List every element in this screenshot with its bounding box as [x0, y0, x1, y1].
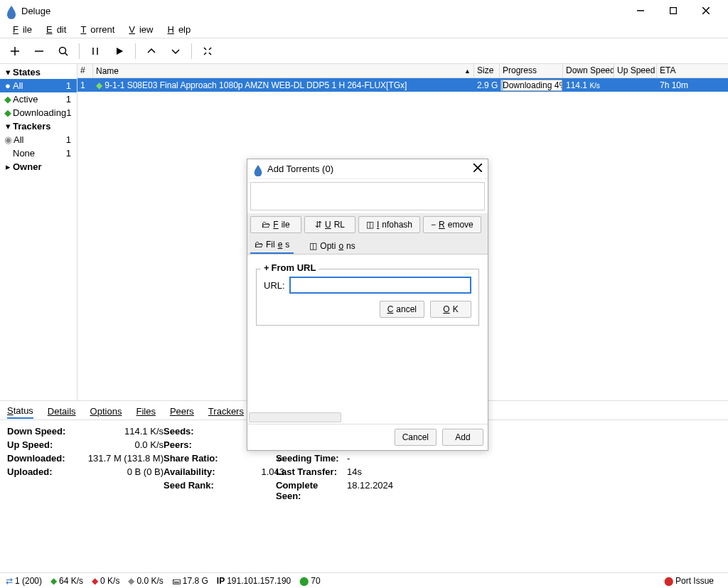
menu-file[interactable]: File	[4, 23, 36, 36]
col-name[interactable]: Name▲	[93, 64, 474, 77]
downloading-icon: ◆	[96, 80, 102, 90]
dialog-cancel-button[interactable]: Cancel	[395, 429, 437, 446]
sidebar-header-trackers[interactable]: ▾Trackers	[0, 119, 77, 133]
down-icon: ◆	[50, 576, 57, 586]
cell-down: 114.1 K/s	[563, 80, 614, 90]
dialog-tabs: 🗁 Files ◫ Options	[247, 236, 488, 255]
col-eta[interactable]: ETA	[657, 64, 728, 77]
url-input[interactable]	[289, 277, 471, 294]
detail-col-1: Down Speed:114.1 K/s Up Speed:0.0 K/s Do…	[7, 426, 164, 477]
status-proto[interactable]: ◆0.0 K/s	[128, 576, 163, 586]
network-icon: ⇄	[6, 576, 13, 586]
menubar: File Edit Torrent View Help	[0, 21, 728, 38]
menu-torrent[interactable]: Torrent	[72, 23, 119, 36]
status-disk[interactable]: 🖴17.8 G	[172, 576, 208, 586]
col-progress[interactable]: Progress	[500, 64, 563, 77]
url-cancel-button[interactable]: Cancel	[380, 301, 424, 318]
up-icon: ◆	[92, 576, 98, 586]
tab-options[interactable]: Options	[90, 405, 122, 418]
cell-size: 2.9 G	[474, 80, 500, 90]
dialog-tab-files[interactable]: 🗁 Files	[250, 237, 294, 254]
col-size[interactable]: Size	[474, 64, 500, 77]
folder-icon: 🗁	[262, 220, 270, 230]
sidebar-item-trackers-none[interactable]: None1	[0, 146, 77, 160]
pause-button[interactable]	[85, 41, 106, 62]
window-title: Deluge	[21, 6, 624, 16]
preferences-button[interactable]	[197, 41, 218, 62]
search-button[interactable]	[53, 41, 74, 62]
sidebar-item-active[interactable]: ◆Active1	[0, 92, 77, 106]
tab-files[interactable]: Files	[136, 405, 155, 418]
from-url-group-title: +From URL	[261, 262, 318, 273]
tab-trackers[interactable]: Trackers	[208, 405, 244, 418]
sidebar-item-downloading[interactable]: ◆Downloading1	[0, 106, 77, 119]
dialog-remove-button[interactable]: − Remove	[423, 216, 481, 233]
cell-eta: 7h 10m	[657, 80, 728, 90]
url-ok-button[interactable]: OK	[430, 301, 471, 318]
dht-icon: ⬤	[299, 576, 309, 586]
maximize-button[interactable]	[657, 0, 690, 21]
port-warning-icon: ⬤	[664, 576, 673, 586]
col-up[interactable]: Up Speed	[614, 64, 657, 77]
minus-icon: −	[431, 220, 436, 230]
status-connections[interactable]: ⇄1 (200)	[6, 576, 42, 586]
dialog-tab-options[interactable]: ◫ Options	[305, 238, 359, 254]
dialog-button-row: 🗁 File ⇵ URL ◫ Infohash − Remove	[247, 213, 488, 236]
add-torrents-dialog: Add Torrents (0) 🗁 File ⇵ URL ◫ Infohash…	[247, 159, 488, 451]
disk-icon: 🖴	[172, 576, 181, 586]
status-down[interactable]: ◆64 K/s	[50, 576, 83, 586]
svg-line-13	[209, 53, 211, 55]
status-up[interactable]: ◆0 K/s	[92, 576, 119, 586]
tab-details[interactable]: Details	[48, 405, 76, 418]
remove-button[interactable]	[28, 41, 50, 62]
dialog-title: Add Torrents (0)	[267, 164, 333, 174]
sidebar-header-owner[interactable]: ▸Owner	[0, 160, 77, 173]
url-label: URL:	[264, 280, 285, 291]
svg-point-7	[60, 47, 66, 53]
cell-progress: Downloading 4%	[500, 80, 562, 91]
titlebar: Deluge	[0, 0, 728, 21]
toolbar	[0, 38, 728, 64]
svg-line-8	[65, 53, 68, 55]
hash-icon: ◫	[366, 220, 374, 230]
tab-peers[interactable]: Peers	[170, 405, 194, 418]
plus-icon: +	[264, 262, 269, 273]
deluge-icon	[253, 164, 263, 174]
menu-edit[interactable]: Edit	[38, 23, 70, 36]
folder-icon: 🗁	[255, 240, 263, 250]
status-port-issue[interactable]: ⬤Port Issue	[664, 576, 714, 586]
menu-help[interactable]: Help	[159, 23, 195, 36]
minimize-button[interactable]	[624, 0, 657, 21]
sidebar-item-all[interactable]: ●All1	[0, 79, 77, 92]
sidebar: ▾States ●All1 ◆Active1 ◆Downloading1 ▾Tr…	[0, 64, 77, 400]
queue-down-button[interactable]	[165, 41, 186, 62]
status-dht[interactable]: ⬤70	[299, 576, 320, 586]
cell-num: 1	[77, 80, 93, 90]
svg-line-12	[209, 48, 211, 50]
dialog-torrent-queue[interactable]	[250, 182, 485, 210]
tab-status[interactable]: Status	[7, 404, 33, 419]
svg-line-11	[204, 53, 206, 55]
dialog-add-button[interactable]: Add	[442, 429, 483, 446]
queue-up-button[interactable]	[141, 41, 162, 62]
sort-up-icon: ▲	[464, 68, 471, 75]
dialog-titlebar[interactable]: Add Torrents (0)	[247, 159, 488, 179]
status-ip[interactable]: IP191.101.157.190	[217, 576, 291, 586]
sidebar-header-states[interactable]: ▾States	[0, 65, 77, 79]
close-button[interactable]	[690, 0, 722, 21]
dialog-hscroll[interactable]	[249, 412, 341, 422]
torrent-list-header: # Name▲ Size Progress Down Speed Up Spee…	[77, 64, 728, 78]
app-logo	[6, 5, 17, 16]
sidebar-item-trackers-all[interactable]: ◉All1	[0, 133, 77, 146]
dialog-url-button[interactable]: ⇵ URL	[304, 216, 355, 233]
globe-icon: ⇵	[315, 220, 322, 230]
col-num[interactable]: #	[77, 64, 93, 77]
dialog-infohash-button[interactable]: ◫ Infohash	[358, 216, 420, 233]
menu-view[interactable]: View	[120, 23, 157, 36]
col-down[interactable]: Down Speed	[563, 64, 614, 77]
dialog-file-button[interactable]: 🗁 File	[250, 216, 301, 233]
dialog-close-button[interactable]	[473, 164, 482, 174]
add-button[interactable]	[4, 41, 26, 62]
torrent-row[interactable]: 1 ◆ 9-1-1 S08E03 Final Approach 1080p AM…	[77, 78, 728, 92]
resume-button[interactable]	[109, 41, 130, 62]
